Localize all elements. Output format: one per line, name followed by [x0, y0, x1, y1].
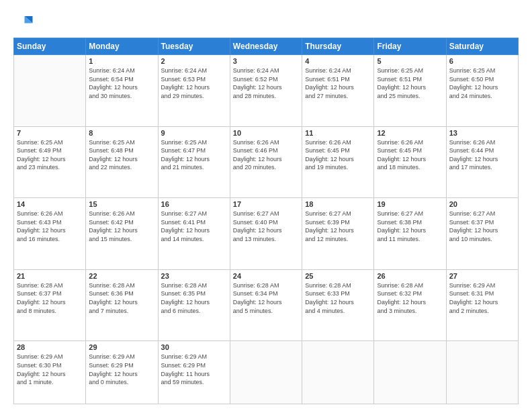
week-row-1: 1Sunrise: 6:24 AM Sunset: 6:54 PM Daylig… [14, 55, 519, 127]
week-row-2: 7Sunrise: 6:25 AM Sunset: 6:49 PM Daylig… [14, 126, 519, 198]
calendar: SundayMondayTuesdayWednesdayThursdayFrid… [13, 38, 519, 404]
day-info: Sunrise: 6:27 AM Sunset: 6:40 PM Dayligh… [233, 210, 299, 243]
header [13, 12, 519, 32]
weekday-header-saturday: Saturday [446, 38, 518, 55]
day-number: 14 [17, 200, 83, 208]
calendar-cell: 9Sunrise: 6:25 AM Sunset: 6:47 PM Daylig… [158, 126, 230, 198]
calendar-cell: 22Sunrise: 6:28 AM Sunset: 6:36 PM Dayli… [86, 269, 158, 341]
day-number: 23 [161, 272, 227, 280]
day-info: Sunrise: 6:29 AM Sunset: 6:31 PM Dayligh… [449, 281, 515, 315]
day-info: Sunrise: 6:28 AM Sunset: 6:33 PM Dayligh… [305, 281, 371, 315]
calendar-cell: 1Sunrise: 6:24 AM Sunset: 6:54 PM Daylig… [86, 55, 158, 127]
day-info: Sunrise: 6:29 AM Sunset: 6:30 PM Dayligh… [17, 353, 83, 386]
logo-icon [13, 12, 34, 32]
day-number: 6 [449, 57, 515, 65]
day-info: Sunrise: 6:27 AM Sunset: 6:41 PM Dayligh… [161, 210, 227, 243]
day-info: Sunrise: 6:27 AM Sunset: 6:39 PM Dayligh… [305, 210, 371, 243]
calendar-cell: 5Sunrise: 6:25 AM Sunset: 6:51 PM Daylig… [374, 55, 446, 127]
day-number: 19 [377, 200, 443, 208]
day-info: Sunrise: 6:25 AM Sunset: 6:50 PM Dayligh… [449, 66, 515, 100]
day-number: 2 [161, 57, 227, 65]
day-info: Sunrise: 6:25 AM Sunset: 6:51 PM Dayligh… [377, 66, 443, 100]
day-info: Sunrise: 6:26 AM Sunset: 6:43 PM Dayligh… [17, 210, 83, 243]
day-info: Sunrise: 6:26 AM Sunset: 6:44 PM Dayligh… [449, 138, 515, 172]
day-info: Sunrise: 6:26 AM Sunset: 6:45 PM Dayligh… [377, 138, 443, 172]
day-number: 26 [377, 272, 443, 280]
weekday-header-thursday: Thursday [302, 38, 374, 55]
calendar-cell: 6Sunrise: 6:25 AM Sunset: 6:50 PM Daylig… [446, 55, 518, 127]
day-number: 13 [449, 129, 515, 137]
calendar-cell: 29Sunrise: 6:29 AM Sunset: 6:29 PM Dayli… [86, 341, 158, 404]
day-info: Sunrise: 6:28 AM Sunset: 6:36 PM Dayligh… [89, 281, 154, 315]
week-row-4: 21Sunrise: 6:28 AM Sunset: 6:37 PM Dayli… [14, 269, 519, 341]
calendar-cell: 7Sunrise: 6:25 AM Sunset: 6:49 PM Daylig… [14, 126, 86, 198]
calendar-cell: 27Sunrise: 6:29 AM Sunset: 6:31 PM Dayli… [446, 269, 518, 341]
day-info: Sunrise: 6:26 AM Sunset: 6:46 PM Dayligh… [233, 138, 299, 172]
calendar-cell: 24Sunrise: 6:28 AM Sunset: 6:34 PM Dayli… [230, 269, 302, 341]
day-number: 16 [161, 200, 227, 208]
day-number: 7 [17, 129, 83, 137]
day-info: Sunrise: 6:28 AM Sunset: 6:32 PM Dayligh… [377, 281, 443, 315]
day-number: 3 [233, 57, 299, 65]
day-number: 8 [89, 129, 154, 137]
day-number: 27 [449, 272, 515, 280]
calendar-cell: 12Sunrise: 6:26 AM Sunset: 6:45 PM Dayli… [374, 126, 446, 198]
day-info: Sunrise: 6:26 AM Sunset: 6:42 PM Dayligh… [89, 210, 154, 243]
day-info: Sunrise: 6:24 AM Sunset: 6:54 PM Dayligh… [89, 66, 154, 100]
day-number: 5 [377, 57, 443, 65]
calendar-cell: 26Sunrise: 6:28 AM Sunset: 6:32 PM Dayli… [374, 269, 446, 341]
day-number: 11 [305, 129, 371, 137]
day-info: Sunrise: 6:28 AM Sunset: 6:34 PM Dayligh… [233, 281, 299, 315]
day-number: 25 [305, 272, 371, 280]
weekday-header-tuesday: Tuesday [158, 38, 230, 55]
calendar-cell [302, 341, 374, 404]
calendar-cell: 17Sunrise: 6:27 AM Sunset: 6:40 PM Dayli… [230, 198, 302, 270]
day-info: Sunrise: 6:29 AM Sunset: 6:29 PM Dayligh… [161, 353, 227, 386]
calendar-cell: 19Sunrise: 6:27 AM Sunset: 6:38 PM Dayli… [374, 198, 446, 270]
day-info: Sunrise: 6:24 AM Sunset: 6:53 PM Dayligh… [161, 66, 227, 100]
day-number: 10 [233, 129, 299, 137]
weekday-header-row: SundayMondayTuesdayWednesdayThursdayFrid… [14, 38, 519, 55]
day-info: Sunrise: 6:24 AM Sunset: 6:51 PM Dayligh… [305, 66, 371, 100]
calendar-cell: 4Sunrise: 6:24 AM Sunset: 6:51 PM Daylig… [302, 55, 374, 127]
calendar-cell: 2Sunrise: 6:24 AM Sunset: 6:53 PM Daylig… [158, 55, 230, 127]
day-number: 22 [89, 272, 154, 280]
page: SundayMondayTuesdayWednesdayThursdayFrid… [0, 0, 532, 411]
day-number: 18 [305, 200, 371, 208]
weekday-header-friday: Friday [374, 38, 446, 55]
day-info: Sunrise: 6:28 AM Sunset: 6:37 PM Dayligh… [17, 281, 83, 315]
week-row-3: 14Sunrise: 6:26 AM Sunset: 6:43 PM Dayli… [14, 198, 519, 270]
calendar-cell: 18Sunrise: 6:27 AM Sunset: 6:39 PM Dayli… [302, 198, 374, 270]
logo [13, 12, 36, 32]
calendar-cell: 28Sunrise: 6:29 AM Sunset: 6:30 PM Dayli… [14, 341, 86, 404]
calendar-cell [374, 341, 446, 404]
calendar-cell: 16Sunrise: 6:27 AM Sunset: 6:41 PM Dayli… [158, 198, 230, 270]
calendar-cell [14, 55, 86, 127]
day-info: Sunrise: 6:27 AM Sunset: 6:37 PM Dayligh… [449, 210, 515, 243]
day-number: 9 [161, 129, 227, 137]
weekday-header-monday: Monday [86, 38, 158, 55]
day-number: 30 [161, 343, 227, 351]
day-info: Sunrise: 6:29 AM Sunset: 6:29 PM Dayligh… [89, 353, 154, 386]
calendar-cell: 13Sunrise: 6:26 AM Sunset: 6:44 PM Dayli… [446, 126, 518, 198]
day-info: Sunrise: 6:25 AM Sunset: 6:47 PM Dayligh… [161, 138, 227, 172]
calendar-cell: 30Sunrise: 6:29 AM Sunset: 6:29 PM Dayli… [158, 341, 230, 404]
calendar-cell: 3Sunrise: 6:24 AM Sunset: 6:52 PM Daylig… [230, 55, 302, 127]
day-number: 29 [89, 343, 154, 351]
calendar-cell: 20Sunrise: 6:27 AM Sunset: 6:37 PM Dayli… [446, 198, 518, 270]
calendar-cell: 10Sunrise: 6:26 AM Sunset: 6:46 PM Dayli… [230, 126, 302, 198]
calendar-cell [230, 341, 302, 404]
day-number: 24 [233, 272, 299, 280]
calendar-cell: 21Sunrise: 6:28 AM Sunset: 6:37 PM Dayli… [14, 269, 86, 341]
weekday-header-sunday: Sunday [14, 38, 86, 55]
calendar-cell: 14Sunrise: 6:26 AM Sunset: 6:43 PM Dayli… [14, 198, 86, 270]
day-number: 17 [233, 200, 299, 208]
day-info: Sunrise: 6:26 AM Sunset: 6:45 PM Dayligh… [305, 138, 371, 172]
calendar-cell: 23Sunrise: 6:28 AM Sunset: 6:35 PM Dayli… [158, 269, 230, 341]
calendar-cell: 8Sunrise: 6:25 AM Sunset: 6:48 PM Daylig… [86, 126, 158, 198]
day-info: Sunrise: 6:27 AM Sunset: 6:38 PM Dayligh… [377, 210, 443, 243]
day-number: 1 [89, 57, 154, 65]
day-number: 12 [377, 129, 443, 137]
day-number: 20 [449, 200, 515, 208]
day-number: 4 [305, 57, 371, 65]
